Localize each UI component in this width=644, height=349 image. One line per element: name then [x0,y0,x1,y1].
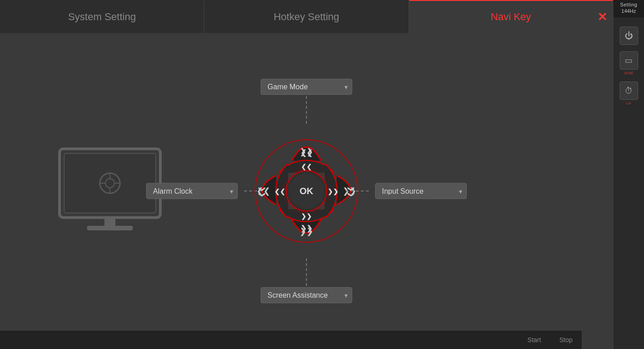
sidebar-header: Setting 144Hz [613,0,644,17]
tab-navi[interactable]: Navi Key ✕ [409,0,613,33]
svg-rect-1 [64,153,156,213]
start-button[interactable]: Start [528,336,541,344]
alarm-clock-select[interactable]: Alarm Clock Off 15 min 30 min 60 min [146,183,238,199]
navi-layout: Game Mode Off FPS RTS RPG Alarm Clock Of… [146,65,467,317]
svg-text:❯❯: ❯❯ [301,213,312,220]
svg-rect-9 [87,226,133,230]
clock-icon[interactable]: ⏱ [620,82,638,100]
display-label: ocati [620,71,638,75]
power-icon[interactable]: ⏻ [620,27,638,45]
line-right [346,191,369,191]
sidebar-hz-label: 144Hz [622,8,636,14]
ok-button[interactable]: OK [286,170,327,212]
game-mode-select[interactable]: Game Mode Off FPS RTS RPG [261,79,352,95]
clock-label: Le [620,101,638,105]
line-top [306,96,307,124]
main-panel: System Setting Hotkey Setting Navi Key ✕ [0,0,613,349]
svg-text:❮❮: ❮❮ [301,163,312,171]
tab-bar: System Setting Hotkey Setting Navi Key ✕ [0,0,613,33]
svg-rect-8 [104,218,115,227]
svg-text:❮❮: ❮❮ [274,188,285,196]
stop-button[interactable]: Stop [559,336,573,344]
display-icon[interactable]: ▭ [620,51,638,70]
input-source-select[interactable]: Input Source HDMI 1 HDMI 2 DisplayPort [375,183,467,199]
bottom-dropdown-wrapper[interactable]: Screen Assistance Off Crosshair Timer FP… [261,287,352,303]
content-area: Game Mode Off FPS RTS RPG Alarm Clock Of… [0,33,613,349]
bottom-bar: Start Stop [0,331,582,349]
right-dropdown-wrapper[interactable]: Input Source HDMI 1 HDMI 2 DisplayPort [375,183,467,199]
top-dropdown-wrapper[interactable]: Game Mode Off FPS RTS RPG [261,79,352,95]
line-bottom [306,258,307,286]
screen-assistance-select[interactable]: Screen Assistance Off Crosshair Timer FP… [261,287,352,303]
tab-system[interactable]: System Setting [0,0,204,33]
nav-wheel: ❮❮ ❯❯ ❮❮ [251,136,361,246]
close-button[interactable]: ✕ [597,11,607,23]
left-dropdown-wrapper[interactable]: Alarm Clock Off 15 min 30 min 60 min [146,183,238,199]
sidebar: Setting 144Hz ⏻ ▭ ocati ⏱ Le [613,0,644,349]
sidebar-icons: ⏻ ▭ ocati ⏱ Le [620,27,638,105]
sidebar-setting-label: Setting [620,2,638,7]
svg-text:❯❯: ❯❯ [327,188,338,196]
tab-hotkey[interactable]: Hotkey Setting [204,0,409,33]
